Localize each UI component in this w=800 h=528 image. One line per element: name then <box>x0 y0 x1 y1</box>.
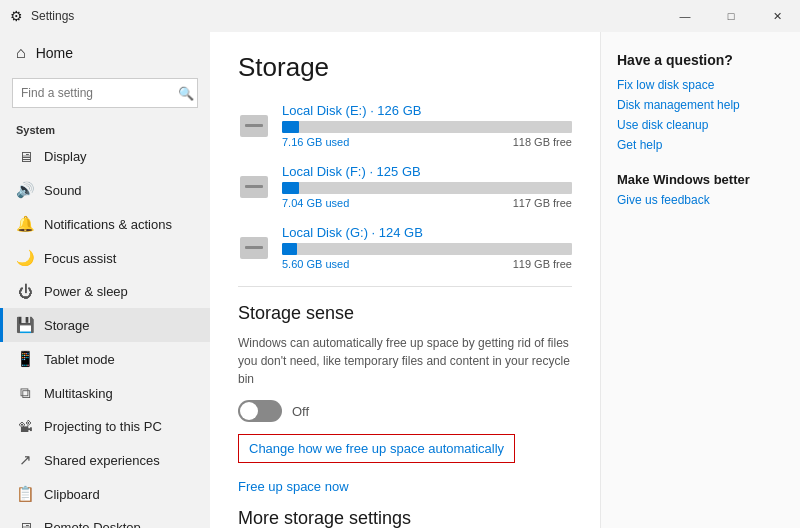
storage-sense-section: Storage sense Windows can automatically … <box>238 303 572 494</box>
more-storage-title: More storage settings <box>238 508 572 528</box>
window-title: Settings <box>31 9 74 23</box>
tablet-icon: 📱 <box>16 350 34 368</box>
sidebar-item-notifications[interactable]: 🔔 Notifications & actions <box>0 207 210 241</box>
maximize-button[interactable]: □ <box>708 0 754 32</box>
disk-details-e: Local Disk (E:) · 126 GB 7.16 GB used 11… <box>282 103 572 148</box>
titlebar-controls: — □ ✕ <box>662 0 800 32</box>
right-panel: Have a question? Fix low disk space Disk… <box>600 32 800 528</box>
free-link[interactable]: Free up space now <box>238 479 349 494</box>
fix-low-disk-link[interactable]: Fix low disk space <box>617 78 784 92</box>
home-icon: ⌂ <box>16 44 26 62</box>
disk-stats-f: 7.04 GB used 117 GB free <box>282 197 572 209</box>
settings-window: ⚙ Settings — □ ✕ ⌂ Home 🔍 System 🖥 Displ… <box>0 0 800 528</box>
sidebar-item-storage[interactable]: 💾 Storage <box>0 308 210 342</box>
search-input[interactable] <box>12 78 198 108</box>
disk-free-e: 118 GB free <box>513 136 572 148</box>
content-area: ⌂ Home 🔍 System 🖥 Display 🔊 Sound 🔔 Noti… <box>0 32 800 528</box>
sidebar-item-label: Notifications & actions <box>44 217 172 232</box>
sidebar-item-tablet[interactable]: 📱 Tablet mode <box>0 342 210 376</box>
clipboard-icon: 📋 <box>16 485 34 503</box>
disk-shape <box>240 237 268 259</box>
change-link[interactable]: Change how we free up space automaticall… <box>249 441 504 456</box>
sidebar-item-power[interactable]: ⏻ Power & sleep <box>0 275 210 308</box>
disk-details-f: Local Disk (F:) · 125 GB 7.04 GB used 11… <box>282 164 572 209</box>
change-link-box: Change how we free up space automaticall… <box>238 434 515 463</box>
disk-shape <box>240 115 268 137</box>
close-button[interactable]: ✕ <box>754 0 800 32</box>
sidebar-item-shared[interactable]: ↗ Shared experiences <box>0 443 210 477</box>
sidebar-item-label: Display <box>44 149 87 164</box>
get-help-link[interactable]: Get help <box>617 138 784 152</box>
toggle-row: Off <box>238 400 572 422</box>
disk-management-link[interactable]: Disk management help <box>617 98 784 112</box>
sidebar-item-projecting[interactable]: 📽 Projecting to this PC <box>0 410 210 443</box>
disk-item-g: Local Disk (G:) · 124 GB 5.60 GB used 11… <box>238 225 572 270</box>
sidebar-item-home[interactable]: ⌂ Home <box>0 32 210 74</box>
focus-icon: 🌙 <box>16 249 34 267</box>
sidebar-item-multitasking[interactable]: ⧉ Multitasking <box>0 376 210 410</box>
sidebar-item-clipboard[interactable]: 📋 Clipboard <box>0 477 210 511</box>
storage-icon: 💾 <box>16 316 34 334</box>
main-content: Storage Local Disk (E:) · 126 GB 7.16 GB… <box>210 32 600 528</box>
home-label: Home <box>36 45 73 61</box>
disk-item-f: Local Disk (F:) · 125 GB 7.04 GB used 11… <box>238 164 572 209</box>
sidebar-item-focus[interactable]: 🌙 Focus assist <box>0 241 210 275</box>
titlebar: ⚙ Settings — □ ✕ <box>0 0 800 32</box>
sidebar-item-label: Focus assist <box>44 251 116 266</box>
disk-item-e: Local Disk (E:) · 126 GB 7.16 GB used 11… <box>238 103 572 148</box>
minimize-button[interactable]: — <box>662 0 708 32</box>
storage-sense-desc: Windows can automatically free up space … <box>238 334 572 388</box>
display-icon: 🖥 <box>16 148 34 165</box>
feedback-title: Make Windows better <box>617 172 784 187</box>
remote-icon: 🖥 <box>16 519 34 528</box>
disk-stats-e: 7.16 GB used 118 GB free <box>282 136 572 148</box>
section-divider <box>238 286 572 287</box>
disk-icon-f <box>238 173 270 201</box>
disk-used-e: 7.16 GB used <box>282 136 349 148</box>
sidebar-item-label: Power & sleep <box>44 284 128 299</box>
toggle-knob <box>240 402 258 420</box>
sidebar-item-label: Sound <box>44 183 82 198</box>
disk-details-g: Local Disk (G:) · 124 GB 5.60 GB used 11… <box>282 225 572 270</box>
toggle-label: Off <box>292 404 309 419</box>
disk-bar-e <box>282 121 572 133</box>
feedback-link[interactable]: Give us feedback <box>617 193 784 207</box>
right-panel-question-title: Have a question? <box>617 52 784 68</box>
disk-bar-g <box>282 243 572 255</box>
shared-icon: ↗ <box>16 451 34 469</box>
sidebar-item-label: Tablet mode <box>44 352 115 367</box>
sidebar-item-label: Multitasking <box>44 386 113 401</box>
feedback-section: Make Windows better Give us feedback <box>617 172 784 207</box>
page-title: Storage <box>238 52 572 83</box>
disk-name-e[interactable]: Local Disk (E:) · 126 GB <box>282 103 572 118</box>
sidebar-item-label: Projecting to this PC <box>44 419 162 434</box>
search-box: 🔍 <box>12 78 198 108</box>
disk-used-g: 5.60 GB used <box>282 258 349 270</box>
storage-sense-title: Storage sense <box>238 303 572 324</box>
disk-cleanup-link[interactable]: Use disk cleanup <box>617 118 784 132</box>
sidebar-item-remote[interactable]: 🖥 Remote Desktop <box>0 511 210 528</box>
multitasking-icon: ⧉ <box>16 384 34 402</box>
disk-shape <box>240 176 268 198</box>
sidebar-item-label: Shared experiences <box>44 453 160 468</box>
disk-icon-g <box>238 234 270 262</box>
sidebar-item-label: Remote Desktop <box>44 520 141 528</box>
disk-free-g: 119 GB free <box>513 258 572 270</box>
titlebar-left: ⚙ Settings <box>10 8 74 24</box>
disk-name-g[interactable]: Local Disk (G:) · 124 GB <box>282 225 572 240</box>
disk-bar-f <box>282 182 572 194</box>
power-icon: ⏻ <box>16 283 34 300</box>
projecting-icon: 📽 <box>16 418 34 435</box>
sidebar: ⌂ Home 🔍 System 🖥 Display 🔊 Sound 🔔 Noti… <box>0 32 210 528</box>
sidebar-item-display[interactable]: 🖥 Display <box>0 140 210 173</box>
disk-bar-fill-g <box>282 243 297 255</box>
search-icon[interactable]: 🔍 <box>178 86 194 101</box>
notifications-icon: 🔔 <box>16 215 34 233</box>
disk-bar-fill-f <box>282 182 299 194</box>
sidebar-item-label: Clipboard <box>44 487 100 502</box>
sidebar-item-sound[interactable]: 🔊 Sound <box>0 173 210 207</box>
disk-name-f[interactable]: Local Disk (F:) · 125 GB <box>282 164 572 179</box>
disk-used-f: 7.04 GB used <box>282 197 349 209</box>
disk-icon-e <box>238 112 270 140</box>
storage-sense-toggle[interactable] <box>238 400 282 422</box>
